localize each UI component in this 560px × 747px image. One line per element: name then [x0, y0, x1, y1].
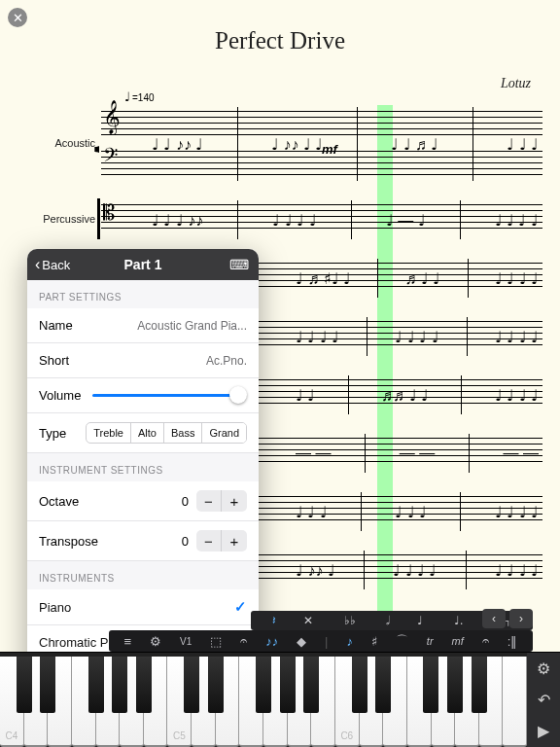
tool-trill[interactable]: tr	[427, 635, 434, 647]
tool-flat[interactable]: ♭♭	[344, 614, 356, 627]
transpose-plus[interactable]: +	[222, 530, 247, 551]
black-key[interactable]	[447, 657, 463, 713]
notes: ♩ ♩♬♬ ♩ ♩♩ ♩ ♩ ♩	[296, 375, 539, 414]
key-label: C4	[0, 730, 23, 741]
black-key[interactable]	[208, 657, 224, 713]
black-key[interactable]	[256, 657, 271, 713]
seg-grand[interactable]: Grand	[202, 423, 246, 443]
key-label: C6	[335, 730, 359, 741]
name-row[interactable]: NameAcoustic Grand Pia...	[27, 308, 259, 343]
staff-label: Percussive	[19, 213, 101, 225]
black-key[interactable]	[472, 657, 487, 713]
section-label-instrument: INSTRUMENT SETTINGS	[27, 453, 259, 481]
tool-sharp[interactable]: ♯	[371, 634, 377, 649]
kb-play-icon[interactable]: ▶	[538, 722, 549, 740]
tool-dynamic[interactable]: mf	[452, 635, 464, 647]
tool-tie[interactable]: 𝄐	[240, 633, 247, 649]
treble-clef-icon: 𝄞	[103, 102, 121, 131]
tool-list-icon[interactable]: ≡	[123, 634, 131, 649]
black-key[interactable]	[303, 657, 319, 713]
kb-undo-icon[interactable]: ↶	[538, 691, 550, 709]
kb-next[interactable]: ›	[509, 609, 533, 628]
black-key[interactable]	[184, 657, 199, 713]
tool-repeat-icon[interactable]: :‖	[508, 634, 518, 649]
type-row: Type Treble Alto Bass Grand	[27, 413, 259, 453]
black-key[interactable]	[423, 657, 438, 713]
tool-dotted[interactable]: ♩.	[454, 614, 463, 627]
notes: ♩ ♬ ♯♩ ♩♬ ♩ ♩♩ ♩ ♩ ♩	[296, 259, 539, 298]
volume-row: Volume	[27, 378, 259, 413]
transpose-row: Transpose 0−+	[27, 521, 259, 561]
kb-prev[interactable]: ‹	[482, 609, 506, 628]
white-key[interactable]	[503, 657, 527, 747]
section-label-instruments: INSTRUMENTS	[27, 561, 259, 589]
keyboard-icon[interactable]: ⌨	[229, 257, 249, 272]
kb-settings-icon[interactable]: ⚙	[537, 659, 550, 678]
black-key[interactable]	[112, 657, 127, 713]
notes: ♩ ♩ ♩♩ ♩ ♩♩ ♩ ♩ ♩	[296, 492, 539, 531]
tool-voice[interactable]: V1	[180, 636, 192, 647]
black-key[interactable]	[352, 657, 368, 713]
key-label: C5	[167, 730, 191, 741]
panel-header: ‹Back Part 1 ⌨	[27, 249, 259, 280]
volume-slider[interactable]	[92, 394, 247, 397]
tempo-marking: =140	[124, 89, 155, 104]
check-icon: ✓	[234, 598, 247, 616]
tool-cut[interactable]: ✕	[303, 614, 313, 627]
octave-minus[interactable]: −	[196, 490, 222, 512]
transpose-minus[interactable]: −	[196, 530, 222, 551]
short-row[interactable]: ShortAc.Pno.	[27, 343, 259, 378]
tool-chord[interactable]: ♪♪	[265, 634, 278, 649]
piano-keyboard: C4C5C6 ⚙ ↶ ▶	[0, 652, 560, 747]
page-title: Perfect Drive	[0, 27, 560, 54]
octave-row: Octave 0−+	[27, 481, 259, 521]
tool-quarter[interactable]: ♩	[417, 614, 423, 627]
tool-settings-icon[interactable]: ⚙	[150, 634, 161, 649]
instrument-piano[interactable]: Piano✓	[27, 589, 259, 625]
black-key[interactable]	[280, 657, 296, 713]
notes: ♩ ♩ ♩ ♩♩ ♩ ♩ ♩♩ ♩ ♩ ♩	[296, 317, 539, 356]
seg-bass[interactable]: Bass	[164, 423, 202, 443]
seg-treble[interactable]: Treble	[87, 423, 131, 443]
close-button[interactable]: ✕	[8, 8, 27, 27]
alto-clef-icon: 𝄡	[103, 202, 115, 224]
kb-side-controls: ⚙ ↶ ▶	[527, 653, 560, 747]
back-button[interactable]: ‹Back	[35, 256, 70, 273]
seg-alto[interactable]: Alto	[131, 423, 164, 443]
notes: ♩ ♩ ♩ ♪♪♩ ♩ ♩ ♩♩ — ♩♩ ♩ ♩ ♩	[152, 200, 539, 239]
tool-eighth[interactable]: ♪	[346, 634, 353, 649]
black-key[interactable]	[17, 657, 32, 713]
brace-icon: {	[93, 105, 99, 181]
notes: ♩ ♩ ♪♪ ♩♩ ♪♪ ♩ ♩♩ ♩ ♬ ♩♩ ♩ ♩	[152, 107, 539, 181]
type-segmented[interactable]: Treble Alto Bass Grand	[86, 422, 247, 444]
octave-plus[interactable]: +	[222, 490, 247, 512]
close-icon: ✕	[13, 11, 23, 25]
chevron-left-icon: ‹	[35, 256, 40, 273]
black-key[interactable]	[136, 657, 152, 713]
notes: ♩ ♪♪ ♩♩ ♩ ♩ ♩♩ ♩ ♩ ♩	[296, 551, 539, 589]
bass-clef-icon: 𝄢	[103, 146, 118, 169]
staff-label: Acoustic	[19, 137, 101, 149]
section-label-part: PART SETTINGS	[27, 280, 259, 308]
tool-select-icon[interactable]: ⬚	[210, 634, 222, 649]
notes: — — — — — —	[296, 434, 539, 473]
tool-slur[interactable]: ⌒	[396, 632, 408, 650]
tool-erase-icon[interactable]: ◆	[297, 634, 306, 649]
black-key[interactable]	[40, 657, 55, 713]
composer-label: Lotuz	[501, 76, 531, 91]
black-key[interactable]	[88, 657, 104, 713]
black-key[interactable]	[375, 657, 391, 713]
note-toolbar-bottom: ≡ ⚙ V1 ⬚ 𝄐 ♪♪ ◆ | ♪ ♯ ⌒ tr mf 𝄐 :‖ ‹ ›	[109, 630, 533, 652]
tool-fermata[interactable]: 𝄐	[482, 633, 489, 649]
dynamic-mf: mf	[322, 142, 337, 157]
